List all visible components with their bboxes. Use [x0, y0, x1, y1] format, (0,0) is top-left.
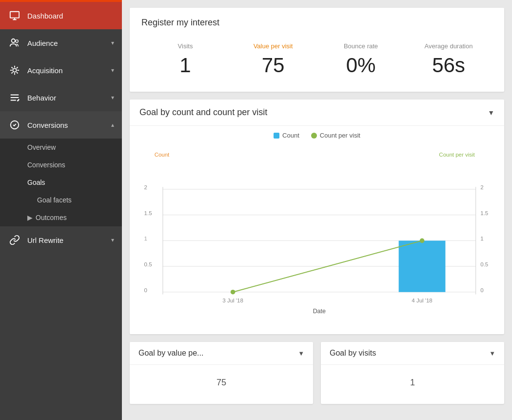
sidebar-item-acquisition[interactable]: Acquisition ▾: [0, 57, 122, 84]
stat-bounce-rate-value: 0%: [317, 54, 405, 77]
svg-text:0: 0: [144, 287, 147, 293]
stat-value-per-visit-value: 75: [229, 54, 317, 77]
svg-point-3: [13, 68, 16, 72]
sidebar-item-audience-label: Audience: [27, 39, 58, 47]
sidebar-item-conversions[interactable]: Conversions ▴: [0, 111, 122, 139]
monitor-icon: [8, 9, 21, 22]
svg-text:2: 2: [480, 184, 483, 190]
stats-row: Visits 1 Value per visit 75 Bounce rate …: [141, 38, 492, 82]
sidebar-item-behavior[interactable]: Behavior ▾: [0, 84, 122, 111]
sidebar-item-url-rewrite-label: Url Rewrite: [27, 236, 63, 244]
behavior-icon: [8, 91, 21, 104]
legend-cpv-label: Count per visit: [320, 132, 360, 139]
chevron-down-icon: ▾: [111, 67, 114, 74]
people-icon: [8, 36, 21, 50]
bottom-card-visits: Goal by visits ▼ 1: [321, 342, 504, 404]
chart-svg: 0 0.5 1 1.5 2 0 0.5 1 1.5 2 Count Count …: [139, 141, 494, 326]
sidebar-item-acquisition-label: Acquisition: [27, 66, 63, 75]
stat-avg-duration: Average duration 56s: [405, 42, 492, 77]
svg-text:0.5: 0.5: [480, 261, 488, 267]
sidebar-item-dashboard-label: Dashboard: [27, 12, 63, 20]
chevron-down-icon: ▾: [111, 237, 114, 243]
stat-bounce-rate: Bounce rate 0%: [317, 42, 405, 77]
dot-3jul: [231, 290, 236, 295]
svg-line-8: [12, 67, 13, 69]
stat-visits-value: 1: [141, 54, 229, 77]
stat-visits: Visits 1: [141, 42, 229, 77]
chart-collapse-button[interactable]: ▼: [488, 109, 494, 117]
svg-text:4 Jul '18: 4 Jul '18: [412, 298, 432, 303]
stat-value-per-visit: Value per visit 75: [229, 42, 317, 77]
bottom-card-visits-header: Goal by visits ▼: [321, 342, 504, 365]
svg-text:Count per visit: Count per visit: [439, 152, 475, 158]
svg-point-2: [16, 40, 19, 43]
url-rewrite-icon: [8, 233, 21, 247]
bottom-card-value-chevron[interactable]: ▼: [298, 350, 304, 357]
goal-chart-card: Goal by count and count per visit ▼ Coun…: [130, 100, 504, 334]
svg-text:3 Jul '18: 3 Jul '18: [222, 298, 243, 303]
sidebar-sub-overview[interactable]: Overview: [0, 139, 122, 156]
legend-count-per-visit: Count per visit: [311, 132, 360, 139]
sidebar-item-conversions-label: Conversions: [27, 121, 68, 129]
bottom-card-visits-body: 1: [321, 365, 504, 404]
sidebar-item-behavior-label: Behavior: [27, 94, 56, 102]
bottom-visits-number: 1: [330, 378, 495, 388]
svg-rect-0: [10, 12, 19, 18]
dot-4jul: [420, 239, 425, 243]
sidebar-sub-menu: Overview Conversions Goals Goal facets ▶…: [0, 139, 122, 226]
svg-text:1.5: 1.5: [144, 210, 152, 216]
legend-count: Count: [274, 132, 299, 139]
sidebar-sub-goal-facets[interactable]: Goal facets: [0, 191, 122, 209]
svg-text:1: 1: [144, 236, 147, 241]
svg-text:Date: Date: [313, 308, 326, 315]
svg-text:0: 0: [480, 287, 483, 293]
bar-4jul: [399, 240, 446, 292]
svg-text:2: 2: [144, 184, 147, 190]
bottom-card-value: Goal by value pe... ▼ 75: [130, 342, 313, 404]
chart-header: Goal by count and count per visit ▼: [130, 100, 504, 126]
sidebar-item-url-rewrite[interactable]: Url Rewrite ▾: [0, 226, 122, 254]
bottom-value-number: 75: [138, 378, 304, 388]
bottom-card-value-header: Goal by value pe... ▼: [130, 342, 313, 365]
svg-text:1: 1: [480, 236, 483, 241]
svg-text:0.5: 0.5: [144, 261, 152, 267]
chevron-down-icon: ▾: [111, 94, 114, 101]
bottom-row: Goal by value pe... ▼ 75 Goal by visits …: [130, 342, 504, 404]
sidebar-sub-outcomes[interactable]: ▶Outcomes: [0, 209, 122, 226]
svg-line-11: [17, 67, 18, 69]
chevron-down-icon: ▾: [111, 40, 114, 46]
sidebar-item-audience[interactable]: Audience ▾: [0, 29, 122, 57]
legend-cpv-dot: [311, 133, 317, 139]
register-card-title: Register my interest: [141, 18, 492, 28]
acquisition-icon: [8, 63, 21, 77]
bottom-card-visits-title: Goal by visits: [330, 349, 376, 358]
svg-line-10: [12, 72, 13, 74]
stat-visits-label: Visits: [141, 42, 229, 50]
sidebar-item-dashboard[interactable]: Dashboard: [0, 2, 122, 29]
stat-avg-duration-value: 56s: [405, 54, 492, 77]
chart-svg-container: 0 0.5 1 1.5 2 0 0.5 1 1.5 2 Count Count …: [139, 141, 494, 326]
register-card: Register my interest Visits 1 Value per …: [130, 8, 504, 92]
legend-count-dot: [274, 133, 279, 139]
chart-body: 0 0.5 1 1.5 2 0 0.5 1 1.5 2 Count Count …: [130, 141, 504, 334]
bottom-card-visits-chevron[interactable]: ▼: [489, 350, 495, 357]
bottom-card-value-title: Goal by value pe...: [138, 349, 203, 358]
stat-bounce-rate-label: Bounce rate: [317, 42, 405, 50]
stat-value-per-visit-label: Value per visit: [229, 42, 317, 50]
sidebar: Dashboard Audience ▾ Acquisition ▾ Behav…: [0, 0, 122, 420]
sidebar-sub-goals[interactable]: Goals: [0, 174, 122, 191]
stat-avg-duration-label: Average duration: [405, 42, 492, 50]
chart-title: Goal by count and count per visit: [139, 107, 267, 118]
conversions-icon: [8, 118, 21, 132]
chevron-up-icon: ▴: [111, 121, 114, 128]
svg-point-1: [12, 39, 15, 42]
bottom-card-value-body: 75: [130, 365, 313, 404]
svg-text:Count: Count: [155, 152, 170, 158]
svg-text:1.5: 1.5: [480, 210, 488, 216]
sidebar-sub-conversions[interactable]: Conversions: [0, 156, 122, 174]
main-content: Register my interest Visits 1 Value per …: [122, 0, 512, 420]
legend-count-label: Count: [282, 132, 299, 139]
chart-legend: Count Count per visit: [130, 126, 504, 141]
svg-line-9: [17, 72, 18, 74]
